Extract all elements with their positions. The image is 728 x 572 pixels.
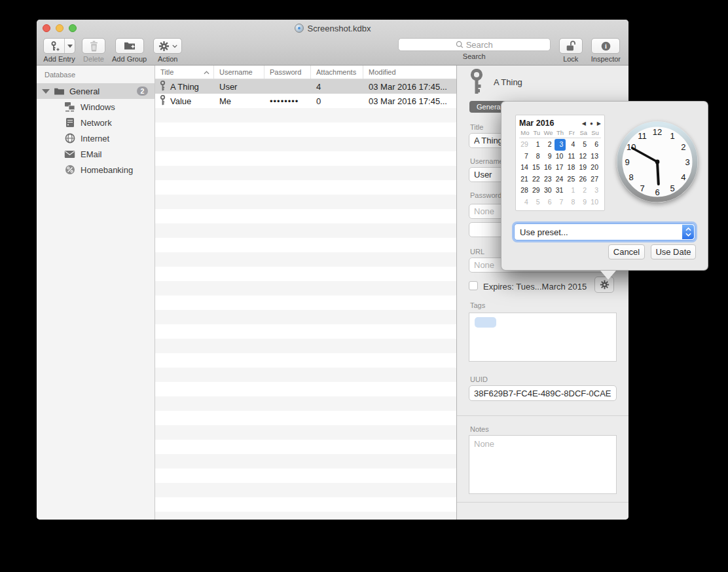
divider — [457, 502, 628, 503]
calendar-day[interactable]: 6 — [589, 139, 601, 151]
calendar-day[interactable]: 14 — [519, 162, 531, 174]
calendar-day[interactable]: 4 — [566, 139, 577, 151]
sidebar-item-general[interactable]: General 2 — [37, 83, 155, 99]
analog-clock: 123456789101112 — [617, 121, 698, 202]
calendar-day[interactable]: 1 — [566, 185, 577, 197]
calendar-day[interactable]: 4 — [519, 197, 531, 208]
clock-number: 7 — [640, 183, 644, 193]
calendar-day[interactable]: 17 — [555, 162, 566, 174]
cell-password — [264, 79, 311, 94]
globe-icon — [64, 133, 75, 144]
calendar-day[interactable]: 6 — [543, 197, 555, 208]
toolbar: Add Entry Delete — [37, 36, 628, 66]
calendar-day[interactable]: 7 — [519, 151, 531, 162]
calendar-prev-icon[interactable]: ◀ — [582, 121, 586, 126]
add-group-button[interactable] — [115, 38, 144, 54]
calendar-day[interactable]: 29 — [531, 185, 543, 197]
column-header-title[interactable]: Title — [155, 66, 214, 79]
add-entry-item: Add Entry — [43, 38, 75, 63]
calendar-month: Mar 2016 — [519, 119, 555, 128]
sidebar-item-network[interactable]: Network — [37, 115, 155, 130]
table-row[interactable]: A Thing User 4 03 Mar 2016 17:45... — [155, 79, 456, 94]
entry-count-badge: 2 — [137, 86, 148, 96]
cell-title: Value — [170, 96, 191, 106]
sidebar-item-homebanking[interactable]: Homebanking — [37, 162, 155, 178]
calendar-day[interactable]: 24 — [555, 174, 566, 185]
preset-select[interactable]: Use preset... — [514, 223, 695, 240]
add-entry-label: Add Entry — [43, 55, 75, 63]
calendar-day[interactable]: 30 — [543, 185, 555, 197]
clock-number: 12 — [653, 127, 662, 137]
calendar-day[interactable]: 1 — [531, 139, 543, 151]
calendar-day[interactable]: 2 — [577, 185, 589, 197]
calendar-day[interactable]: 5 — [577, 139, 589, 151]
calendar-day[interactable]: 19 — [577, 162, 589, 174]
lock-button[interactable] — [559, 38, 583, 54]
lock-item: Lock — [559, 38, 583, 63]
calendar-day[interactable]: 25 — [566, 174, 577, 185]
tags-field[interactable] — [469, 313, 617, 362]
calendar-day[interactable]: 12 — [577, 151, 589, 162]
stepper-icon[interactable] — [682, 225, 694, 239]
tag-token[interactable] — [475, 317, 496, 328]
calendar-day[interactable]: 3 — [589, 185, 601, 197]
column-header-password[interactable]: Password — [264, 66, 311, 79]
tags-label: Tags — [470, 301, 485, 309]
add-entry-button[interactable] — [43, 38, 75, 54]
use-date-button[interactable]: Use Date — [651, 244, 696, 259]
sidebar-item-windows[interactable]: Windows — [37, 99, 155, 115]
calendar-day[interactable]: 16 — [543, 162, 555, 174]
calendar-day[interactable]: 10 — [555, 151, 566, 162]
sidebar-item-label: Windows — [81, 102, 115, 112]
table-row[interactable]: Value Me •••••••• 0 03 Mar 2016 17:45... — [155, 94, 456, 108]
key-plus-icon[interactable] — [44, 39, 65, 53]
sidebar-item-email[interactable]: EMail — [37, 146, 155, 162]
search-input[interactable]: Search — [398, 38, 551, 51]
search-placeholder: Search — [466, 40, 493, 50]
calendar-grid: 2912345678910111213141516171819202122232… — [519, 139, 601, 208]
calendar-day[interactable]: 3 — [555, 139, 566, 151]
calendar-day[interactable]: 31 — [555, 185, 566, 197]
calendar-day[interactable]: 23 — [543, 174, 555, 185]
sidebar-item-internet[interactable]: Internet — [37, 130, 155, 146]
calendar-day[interactable]: 5 — [531, 197, 543, 208]
calendar-day[interactable]: 10 — [589, 197, 601, 208]
calendar-day[interactable]: 18 — [566, 162, 577, 174]
calendar-day[interactable]: 20 — [589, 162, 601, 174]
column-header-modified[interactable]: Modified — [363, 66, 456, 79]
inspector-button[interactable]: i — [591, 38, 620, 54]
uuid-label: UUID — [470, 375, 488, 383]
window-title: Screenshot.kdbx — [308, 24, 371, 33]
column-header-attachments[interactable]: Attachments — [311, 66, 363, 79]
calendar-day[interactable]: 28 — [519, 185, 531, 197]
titlebar[interactable]: Screenshot.kdbx — [37, 20, 628, 36]
uuid-field[interactable] — [469, 385, 617, 401]
calendar-day[interactable]: 11 — [566, 151, 577, 162]
expires-checkbox[interactable] — [469, 281, 478, 290]
calendar-today-icon[interactable]: ● — [590, 121, 593, 126]
cancel-button[interactable]: Cancel — [608, 244, 645, 259]
calendar-day[interactable]: 9 — [577, 197, 589, 208]
calendar-day[interactable]: 8 — [566, 197, 577, 208]
calendar-day[interactable]: 26 — [577, 174, 589, 185]
calendar-day[interactable]: 2 — [543, 139, 555, 151]
calendar-day[interactable]: 29 — [519, 139, 531, 151]
entry-title: A Thing — [494, 77, 522, 87]
calendar-day[interactable]: 8 — [531, 151, 543, 162]
add-entry-dropdown-icon[interactable] — [65, 39, 75, 53]
disclosure-triangle-icon[interactable] — [42, 89, 50, 94]
calendar-day[interactable]: 7 — [555, 197, 566, 208]
action-button[interactable] — [153, 38, 182, 54]
delete-button[interactable] — [82, 38, 105, 54]
calendar-day[interactable]: 9 — [543, 151, 555, 162]
calendar-day[interactable]: 15 — [531, 162, 543, 174]
column-header-username[interactable]: Username — [214, 66, 264, 79]
clock-number: 3 — [685, 157, 689, 167]
calendar-day[interactable]: 13 — [589, 151, 601, 162]
folder-plus-icon — [124, 41, 136, 50]
notes-field[interactable] — [469, 435, 617, 494]
calendar-day[interactable]: 22 — [531, 174, 543, 185]
calendar-day[interactable]: 21 — [519, 174, 531, 185]
calendar-next-icon[interactable]: ▶ — [597, 121, 601, 126]
calendar-day[interactable]: 27 — [589, 174, 601, 185]
